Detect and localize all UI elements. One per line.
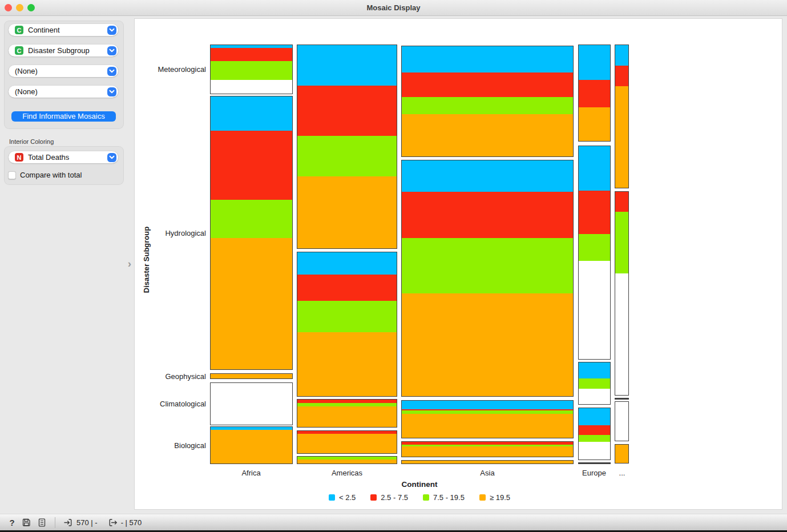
row-label-Hydrological: Hydrological xyxy=(165,229,206,237)
mosaic-cell-Asia-Meteorological[interactable] xyxy=(401,46,574,157)
mosaic-segment-orange[interactable] xyxy=(211,238,292,369)
mosaic-segment-orange[interactable] xyxy=(402,414,573,438)
mosaic-segment-green[interactable] xyxy=(579,234,610,261)
mosaic-segment-red[interactable] xyxy=(615,192,628,212)
variable-dropdown-3[interactable]: (None) xyxy=(9,65,118,77)
interior-coloring-dropdown[interactable]: NTotal Deaths xyxy=(9,151,118,163)
mosaic-cell-Africa-Biological[interactable] xyxy=(210,426,293,464)
mosaic-cell-Africa-Meteorological[interactable] xyxy=(210,45,293,94)
mosaic-segment-green[interactable] xyxy=(297,136,397,176)
variable-dropdown-1[interactable]: CContinent xyxy=(9,24,118,36)
mosaic-segment-red[interactable] xyxy=(402,192,573,239)
mosaic-segment-cyan[interactable] xyxy=(579,408,610,425)
mosaic-cell-Americas-Biological[interactable] xyxy=(297,456,397,464)
mosaic-segment-white[interactable] xyxy=(615,273,628,395)
mosaic-cell--Biological[interactable] xyxy=(615,444,629,464)
mosaic-segment-orange[interactable] xyxy=(402,461,573,464)
mosaic-segment-cyan[interactable] xyxy=(579,362,610,378)
mosaic-cell-Asia-Hydrological[interactable] xyxy=(401,160,574,397)
mosaic-segment-green[interactable] xyxy=(402,238,573,293)
mosaic-segment-red[interactable] xyxy=(211,48,292,61)
mosaic-segment-cyan[interactable] xyxy=(402,46,573,72)
mosaic-segment-orange[interactable] xyxy=(297,176,397,248)
sidebar-collapse-chevron-icon[interactable]: › xyxy=(125,257,134,271)
mosaic-segment-green[interactable] xyxy=(615,212,628,273)
mosaic-cell-Europe-Geophysical[interactable] xyxy=(578,362,611,405)
mosaic-segment-green[interactable] xyxy=(402,97,573,114)
mosaic-segment-red[interactable] xyxy=(579,425,610,435)
variable-dropdown-4[interactable]: (None) xyxy=(9,86,118,98)
mosaic-segment-white[interactable] xyxy=(211,80,292,94)
mosaic-segment-green[interactable] xyxy=(579,435,610,442)
mosaic-segment-red[interactable] xyxy=(579,191,610,235)
mosaic-cell-Americas-Meteorological[interactable] xyxy=(297,45,397,249)
save-icon[interactable] xyxy=(22,518,31,527)
mosaic-cell-Americas-Hydrological[interactable] xyxy=(297,252,397,397)
mosaic-cell--Hydrological[interactable] xyxy=(615,191,629,396)
chevron-down-icon[interactable] xyxy=(107,87,116,96)
mosaic-segment-red[interactable] xyxy=(579,80,610,107)
mosaic-segment-orange[interactable] xyxy=(579,107,610,141)
chevron-down-icon[interactable] xyxy=(107,46,116,55)
mosaic-segment-orange[interactable] xyxy=(615,445,628,463)
mosaic-segment-white[interactable] xyxy=(615,402,628,441)
mosaic-segment-cyan[interactable] xyxy=(297,252,397,275)
mosaic-cell--Climatological[interactable] xyxy=(615,401,629,441)
chevron-down-icon[interactable] xyxy=(107,67,116,76)
mosaic-cell-Africa-Geophysical[interactable] xyxy=(210,373,293,379)
mosaic-segment-orange[interactable] xyxy=(615,86,628,188)
mosaic-segment-orange[interactable] xyxy=(297,406,397,427)
mosaic-segment-orange[interactable] xyxy=(297,460,397,464)
mosaic-cell-Asia-Biological[interactable] xyxy=(401,460,574,464)
mosaic-segment-cyan[interactable] xyxy=(211,96,292,131)
mosaic-segment-orange[interactable] xyxy=(402,293,573,396)
mosaic-cell-Europe-Climatological[interactable] xyxy=(578,408,611,460)
help-icon[interactable]: ? xyxy=(7,518,17,527)
mosaic-cell--Meteorological[interactable] xyxy=(615,45,629,188)
mosaic-segment-red[interactable] xyxy=(297,275,397,301)
mosaic-segment-white[interactable] xyxy=(579,389,610,404)
mosaic-cell-Asia-Climatological[interactable] xyxy=(401,441,574,457)
chevron-down-icon[interactable] xyxy=(107,26,116,35)
mosaic-segment-cyan[interactable] xyxy=(579,45,610,80)
mosaic-cell-Africa-Climatological[interactable] xyxy=(210,382,293,425)
mosaic-segment-green[interactable] xyxy=(211,61,292,79)
mosaic-segment-cyan[interactable] xyxy=(579,146,610,191)
mosaic-segment-white[interactable] xyxy=(579,261,610,359)
mosaic-collapsed-cell-Europe-Biological[interactable] xyxy=(578,462,611,464)
mosaic-segment-red[interactable] xyxy=(211,131,292,200)
mosaic-segment-white[interactable] xyxy=(579,442,610,460)
variable-dropdown-2[interactable]: CDisaster Subgroup xyxy=(9,45,118,57)
mosaic-segment-orange[interactable] xyxy=(211,374,292,378)
mosaic-cell-Europe-Meteorological[interactable] xyxy=(578,45,611,142)
mosaic-segment-red[interactable] xyxy=(297,86,397,136)
mosaic-segment-cyan[interactable] xyxy=(402,401,573,409)
mosaic-cell-Americas-Geophysical[interactable] xyxy=(297,399,397,428)
mosaic-cell-Africa-Hydrological[interactable] xyxy=(210,96,293,370)
find-informative-mosaics-button[interactable]: Find Informative Mosaics xyxy=(11,111,116,122)
mosaic-segment-orange[interactable] xyxy=(297,332,397,396)
legend-label: ≥ 19.5 xyxy=(490,493,510,502)
mosaic-segment-green[interactable] xyxy=(579,378,610,389)
mosaic-cell-Americas-Climatological[interactable] xyxy=(297,430,397,454)
mosaic-segment-green[interactable] xyxy=(297,301,397,332)
compare-with-total-checkbox[interactable] xyxy=(8,171,16,179)
document-icon[interactable] xyxy=(37,518,47,527)
compare-with-total-label: Compare with total xyxy=(20,171,82,179)
mosaic-segment-orange[interactable] xyxy=(402,114,573,156)
mosaic-segment-cyan[interactable] xyxy=(402,160,573,192)
mosaic-segment-orange[interactable] xyxy=(402,446,573,457)
mosaic-segment-green[interactable] xyxy=(297,403,397,407)
mosaic-cell-Europe-Hydrological[interactable] xyxy=(578,146,611,360)
mosaic-segment-cyan[interactable] xyxy=(297,45,397,86)
mosaic-segment-orange[interactable] xyxy=(211,430,292,464)
mosaic-collapsed-cell--Geophysical[interactable] xyxy=(615,398,629,400)
chevron-down-icon[interactable] xyxy=(107,153,116,162)
mosaic-segment-green[interactable] xyxy=(211,200,292,238)
mosaic-segment-white[interactable] xyxy=(211,383,292,425)
mosaic-segment-orange[interactable] xyxy=(297,434,397,453)
mosaic-segment-red[interactable] xyxy=(615,66,628,87)
mosaic-segment-red[interactable] xyxy=(402,72,573,98)
mosaic-cell-Asia-Geophysical[interactable] xyxy=(401,400,574,438)
mosaic-segment-cyan[interactable] xyxy=(615,45,628,66)
